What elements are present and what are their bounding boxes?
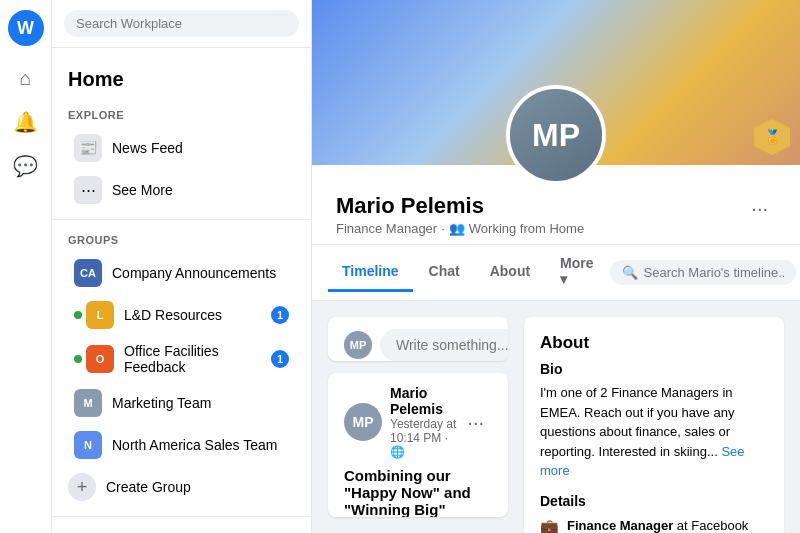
ld-online-dot bbox=[74, 311, 82, 319]
tab-search-input[interactable] bbox=[644, 265, 784, 280]
sidebar-item-north-america[interactable]: N North America Sales Team bbox=[58, 424, 305, 466]
post-author-info: MP Mario Pelemis Yesterday at 10:14 PM ·… bbox=[344, 385, 459, 459]
sidebar-content: Home EXPLORE 📰 News Feed ⋯ See More GROU… bbox=[52, 48, 311, 533]
tab-timeline[interactable]: Timeline bbox=[328, 253, 413, 292]
home-label: Home bbox=[52, 60, 311, 103]
search-input[interactable] bbox=[64, 10, 299, 37]
company-announcements-icon: CA bbox=[74, 259, 102, 287]
create-group-item[interactable]: + Create Group bbox=[52, 466, 311, 508]
create-post-top: MP bbox=[344, 329, 492, 361]
workplace-logo[interactable]: W bbox=[8, 10, 44, 46]
post-title: Combining our "Happy Now" and "Winning B… bbox=[344, 467, 492, 517]
bio-title: Bio bbox=[540, 361, 768, 377]
newsfeed-icon: 📰 bbox=[74, 134, 102, 162]
hexagon-badge: 🏅 bbox=[754, 119, 790, 155]
ld-badge: 1 bbox=[271, 306, 289, 324]
bio-see-more[interactable]: See more bbox=[540, 444, 745, 479]
post-author-meta: Yesterday at 10:14 PM · 🌐 bbox=[390, 417, 459, 459]
sidebar-item-newsfeed[interactable]: 📰 News Feed bbox=[58, 127, 305, 169]
people-label: PEOPLE bbox=[52, 525, 311, 533]
profile-avatar: MP bbox=[506, 85, 606, 185]
ld-resources-icon: L bbox=[86, 301, 114, 329]
chat-nav-icon[interactable]: 💬 bbox=[6, 146, 46, 186]
content-area: MP ✏️ Create post 📹 Live Video 🌿 bbox=[312, 301, 800, 533]
details-title: Details bbox=[540, 493, 768, 509]
meta-dot: · bbox=[441, 221, 445, 236]
profile-name: Mario Pelemis bbox=[336, 193, 584, 219]
tab-more[interactable]: More ▾ bbox=[546, 245, 607, 300]
job-label: Finance Manager at Facebook bbox=[567, 517, 768, 534]
groups-header: GROUPS bbox=[52, 228, 311, 252]
feed-column: MP ✏️ Create post 📹 Live Video 🌿 bbox=[328, 317, 508, 517]
post-card: MP Mario Pelemis Yesterday at 10:14 PM ·… bbox=[328, 373, 508, 517]
company-announcements-label: Company Announcements bbox=[112, 265, 289, 281]
post-header: MP Mario Pelemis Yesterday at 10:14 PM ·… bbox=[328, 373, 508, 467]
north-america-icon: N bbox=[74, 431, 102, 459]
post-author-name[interactable]: Mario Pelemis bbox=[390, 385, 459, 417]
notifications-nav-icon[interactable]: 🔔 bbox=[6, 102, 46, 142]
office-online-dot bbox=[74, 355, 82, 363]
seemore-icon: ⋯ bbox=[74, 176, 102, 204]
post-more-button[interactable]: ··· bbox=[459, 407, 492, 438]
seemore-label: See More bbox=[112, 182, 289, 198]
post-author-avatar: MP bbox=[344, 403, 382, 441]
profile-cover: MP 🏅 bbox=[312, 0, 800, 165]
avatar-placeholder: MP bbox=[510, 89, 602, 181]
profile-meta: Finance Manager · 👥 Working from Home bbox=[336, 221, 584, 236]
groups-label: GROUPS bbox=[68, 234, 119, 246]
profile-title: Finance Manager bbox=[336, 221, 437, 236]
sidebar-item-office-facilities[interactable]: O Office Facilities Feedback 1 bbox=[58, 336, 305, 382]
ld-resources-label: L&D Resources bbox=[124, 307, 261, 323]
job-detail: Finance Manager at Facebook A B See othe… bbox=[567, 517, 768, 534]
create-post-input[interactable] bbox=[380, 329, 508, 361]
profile-more-button[interactable]: ··· bbox=[743, 193, 776, 224]
right-column: About Bio I'm one of 2 Finance Managers … bbox=[524, 317, 784, 517]
tab-search-icon: 🔍 bbox=[622, 265, 638, 280]
tab-search-box: 🔍 bbox=[610, 260, 796, 285]
left-nav: W ⌂ 🔔 💬 bbox=[0, 0, 52, 533]
post-author-details: Mario Pelemis Yesterday at 10:14 PM · 🌐 bbox=[390, 385, 459, 459]
marketing-team-icon: M bbox=[74, 389, 102, 417]
sidebar-header bbox=[52, 0, 311, 48]
office-facilities-label: Office Facilities Feedback bbox=[124, 343, 261, 375]
create-group-label: Create Group bbox=[106, 479, 191, 495]
detail-row-job: 💼 Finance Manager at Facebook A B See ot… bbox=[540, 517, 768, 534]
sidebar-item-ld-resources[interactable]: L L&D Resources 1 bbox=[58, 294, 305, 336]
office-facilities-icon: O bbox=[86, 345, 114, 373]
create-post-avatar: MP bbox=[344, 331, 372, 359]
marketing-team-label: Marketing Team bbox=[112, 395, 289, 411]
about-card: About Bio I'm one of 2 Finance Managers … bbox=[524, 317, 784, 533]
sidebar-item-company-announcements[interactable]: CA Company Announcements bbox=[58, 252, 305, 294]
tab-about[interactable]: About bbox=[476, 253, 544, 292]
working-from-text: Working from Home bbox=[469, 221, 584, 236]
create-post-card: MP ✏️ Create post 📹 Live Video 🌿 bbox=[328, 317, 508, 361]
sidebar-item-marketing-team[interactable]: M Marketing Team bbox=[58, 382, 305, 424]
sidebar-item-seemore[interactable]: ⋯ See More bbox=[58, 169, 305, 211]
newsfeed-label: News Feed bbox=[112, 140, 289, 156]
office-badge: 1 bbox=[271, 350, 289, 368]
working-from-icon: 👥 bbox=[449, 221, 465, 236]
about-card-title: About bbox=[540, 333, 768, 353]
main-content: MP 🏅 Mario Pelemis Finance Manager · 👥 W… bbox=[312, 0, 800, 533]
explore-label: EXPLORE bbox=[52, 103, 311, 127]
tab-chat[interactable]: Chat bbox=[415, 253, 474, 292]
profile-tabs: Timeline Chat About More ▾ 🔍 bbox=[312, 245, 800, 301]
create-group-icon: + bbox=[68, 473, 96, 501]
home-nav-icon[interactable]: ⌂ bbox=[6, 58, 46, 98]
bio-text: I'm one of 2 Finance Managers in EMEA. R… bbox=[540, 383, 768, 481]
north-america-label: North America Sales Team bbox=[112, 437, 289, 453]
job-icon: 💼 bbox=[540, 518, 559, 534]
sidebar: Home EXPLORE 📰 News Feed ⋯ See More GROU… bbox=[52, 0, 312, 533]
profile-info: Mario Pelemis Finance Manager · 👥 Workin… bbox=[336, 193, 584, 236]
post-body: Combining our "Happy Now" and "Winning B… bbox=[328, 467, 508, 517]
